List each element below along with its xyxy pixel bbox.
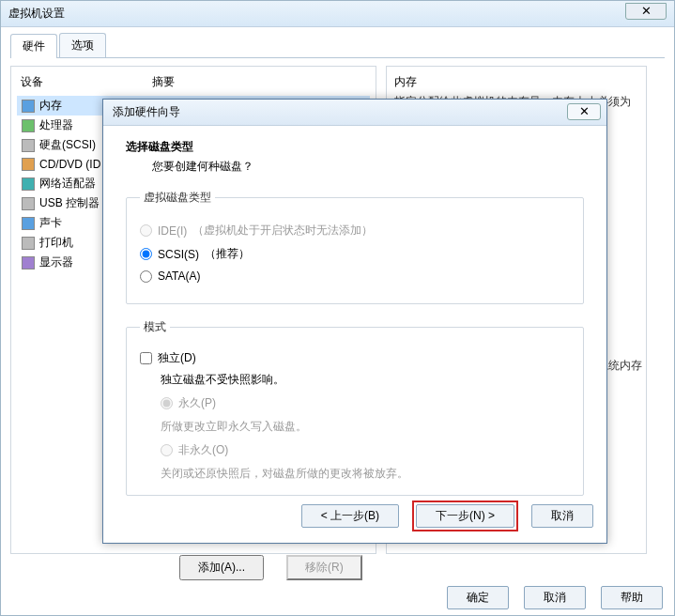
memory-group-title: 内存 [394,74,638,90]
wizard-step-title: 选择磁盘类型 [126,139,584,155]
nonpersistent-label: 非永久(O) [178,442,228,458]
close-icon[interactable]: ✕ [625,3,667,20]
mode-legend: 模式 [140,319,170,335]
cd-icon [21,157,36,172]
settings-tabs: 硬件 选项 [10,33,665,58]
tab-hardware[interactable]: 硬件 [10,34,57,58]
col-summary: 摘要 [152,74,366,90]
col-device: 设备 [21,74,152,90]
nonpersistent-hint: 关闭或还原快照后，对磁盘所做的更改将被放弃。 [161,466,570,482]
main-window-title: 虚拟机设置 [8,6,65,22]
cancel-button[interactable]: 取消 [524,586,586,609]
printer-icon [21,236,36,251]
radio-ide-hint: （虚拟机处于开启状态时无法添加） [192,223,373,239]
wizard-cancel-button[interactable]: 取消 [531,504,593,528]
next-button[interactable]: 下一步(N) > [416,504,514,528]
wizard-titlebar: 添加硬件向导 ✕ [103,100,606,126]
mode-group: 模式 独立(D) 独立磁盘不受快照影响。 永久(P) 所做更改立即永久写入磁盘。… [126,319,584,496]
memory-icon [21,99,36,114]
display-icon [21,255,36,270]
ok-button[interactable]: 确定 [447,586,509,609]
wizard-close-icon[interactable]: ✕ [567,103,601,120]
tab-options[interactable]: 选项 [59,33,106,57]
radio-ide [140,224,152,237]
wizard-title: 添加硬件向导 [113,104,180,120]
next-button-highlight: 下一步(N) > [412,500,518,531]
radio-persistent [161,397,173,409]
wizard-step-subtitle: 您要创建何种磁盘？ [152,159,584,175]
radio-scsi-hint: （推荐） [205,246,250,262]
radio-scsi-label: SCSI(S) [158,248,199,261]
help-button[interactable]: 帮助 [601,586,663,609]
persistent-label: 永久(P) [178,395,216,411]
disk-icon [21,138,36,153]
add-button[interactable]: 添加(A)... [179,555,264,580]
usb-icon [21,196,36,211]
remove-button[interactable]: 移除(R) [286,555,362,580]
add-hardware-wizard: 添加硬件向导 ✕ 选择磁盘类型 您要创建何种磁盘？ 虚拟磁盘类型 IDE(I) … [102,99,607,544]
persistent-hint: 所做更改立即永久写入磁盘。 [161,419,570,435]
independent-desc: 独立磁盘不受快照影响。 [161,372,570,388]
independent-label: 独立(D) [158,350,196,366]
back-button[interactable]: < 上一步(B) [301,504,399,528]
cpu-icon [21,118,36,133]
radio-ide-label: IDE(I) [158,224,187,238]
radio-sata-label: SATA(A) [158,270,201,283]
disk-type-group: 虚拟磁盘类型 IDE(I) （虚拟机处于开启状态时无法添加） SCSI(S) （… [126,190,584,304]
sound-icon [21,216,36,231]
net-icon [21,177,36,192]
disk-type-legend: 虚拟磁盘类型 [140,190,215,206]
radio-nonpersistent [161,444,173,456]
radio-sata[interactable] [140,270,152,283]
main-titlebar: 虚拟机设置 ✕ [1,1,674,27]
radio-scsi[interactable] [140,248,152,260]
checkbox-independent[interactable] [140,352,152,364]
